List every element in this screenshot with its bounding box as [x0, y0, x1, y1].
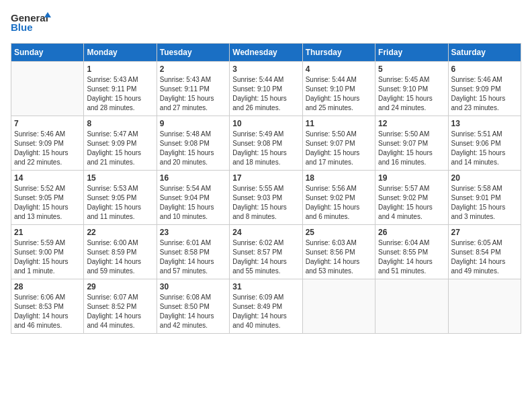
day-info: Sunrise: 5:46 AM Sunset: 9:09 PM Dayligh… — [14, 130, 81, 167]
day-info: Sunrise: 6:04 AM Sunset: 8:55 PM Dayligh… — [378, 238, 445, 276]
day-number: 31 — [232, 282, 299, 291]
day-number: 21 — [14, 228, 81, 237]
calendar-week-2: 7Sunrise: 5:46 AM Sunset: 9:09 PM Daylig… — [11, 116, 521, 171]
calendar-cell: 23Sunrise: 6:01 AM Sunset: 8:58 PM Dayli… — [157, 225, 229, 279]
day-info: Sunrise: 5:44 AM Sunset: 9:10 PM Dayligh… — [306, 75, 372, 113]
day-info: Sunrise: 5:51 AM Sunset: 9:06 PM Dayligh… — [451, 130, 518, 167]
page-header: General Blue — [11, 11, 521, 35]
day-number: 8 — [87, 119, 153, 128]
calendar-cell: 15Sunrise: 5:53 AM Sunset: 9:05 PM Dayli… — [84, 171, 157, 225]
day-info: Sunrise: 5:49 AM Sunset: 9:08 PM Dayligh… — [232, 130, 299, 167]
day-info: Sunrise: 6:05 AM Sunset: 8:54 PM Dayligh… — [451, 238, 518, 276]
day-info: Sunrise: 5:53 AM Sunset: 9:05 PM Dayligh… — [87, 184, 153, 222]
day-info: Sunrise: 6:00 AM Sunset: 8:59 PM Dayligh… — [87, 238, 153, 276]
day-info: Sunrise: 5:45 AM Sunset: 9:10 PM Dayligh… — [378, 75, 445, 113]
day-info: Sunrise: 6:09 AM Sunset: 8:49 PM Dayligh… — [232, 293, 299, 330]
calendar-cell: 13Sunrise: 5:51 AM Sunset: 9:06 PM Dayli… — [448, 116, 521, 171]
day-number: 20 — [451, 173, 518, 183]
calendar-cell: 3Sunrise: 5:44 AM Sunset: 9:10 PM Daylig… — [230, 62, 302, 116]
calendar-cell: 4Sunrise: 5:44 AM Sunset: 9:10 PM Daylig… — [302, 62, 375, 116]
day-number: 22 — [87, 228, 153, 237]
calendar-cell: 18Sunrise: 5:56 AM Sunset: 9:02 PM Dayli… — [302, 171, 375, 225]
calendar-cell: 9Sunrise: 5:48 AM Sunset: 9:08 PM Daylig… — [157, 116, 229, 171]
calendar-cell: 17Sunrise: 5:55 AM Sunset: 9:03 PM Dayli… — [230, 171, 302, 225]
day-info: Sunrise: 5:57 AM Sunset: 9:02 PM Dayligh… — [378, 184, 445, 222]
day-info: Sunrise: 6:01 AM Sunset: 8:58 PM Dayligh… — [160, 238, 226, 276]
day-info: Sunrise: 5:50 AM Sunset: 9:07 PM Dayligh… — [306, 130, 372, 167]
day-number: 16 — [160, 173, 226, 183]
day-info: Sunrise: 5:46 AM Sunset: 9:09 PM Dayligh… — [451, 75, 518, 113]
calendar-week-3: 14Sunrise: 5:52 AM Sunset: 9:05 PM Dayli… — [11, 171, 521, 225]
weekday-header-monday: Monday — [84, 44, 157, 62]
calendar-cell: 28Sunrise: 6:06 AM Sunset: 8:53 PM Dayli… — [11, 279, 84, 334]
day-number: 6 — [451, 64, 518, 74]
day-info: Sunrise: 6:02 AM Sunset: 8:57 PM Dayligh… — [232, 238, 299, 276]
day-number: 3 — [232, 64, 299, 74]
day-info: Sunrise: 5:52 AM Sunset: 9:05 PM Dayligh… — [14, 184, 81, 222]
day-number: 7 — [14, 119, 81, 128]
logo: General Blue — [11, 11, 51, 35]
day-info: Sunrise: 5:48 AM Sunset: 9:08 PM Dayligh… — [160, 130, 226, 167]
day-number: 1 — [87, 64, 153, 74]
calendar-cell: 22Sunrise: 6:00 AM Sunset: 8:59 PM Dayli… — [84, 225, 157, 279]
svg-text:Blue: Blue — [11, 21, 33, 33]
day-number: 26 — [378, 228, 445, 237]
weekday-header-row: SundayMondayTuesdayWednesdayThursdayFrid… — [11, 44, 521, 62]
calendar-cell: 5Sunrise: 5:45 AM Sunset: 9:10 PM Daylig… — [375, 62, 448, 116]
day-info: Sunrise: 5:44 AM Sunset: 9:10 PM Dayligh… — [232, 75, 299, 113]
calendar-cell: 21Sunrise: 5:59 AM Sunset: 9:00 PM Dayli… — [11, 225, 84, 279]
calendar-table: SundayMondayTuesdayWednesdayThursdayFrid… — [11, 43, 521, 334]
day-number: 10 — [232, 119, 299, 128]
day-info: Sunrise: 5:50 AM Sunset: 9:07 PM Dayligh… — [378, 130, 445, 167]
calendar-cell: 16Sunrise: 5:54 AM Sunset: 9:04 PM Dayli… — [157, 171, 229, 225]
calendar-cell: 25Sunrise: 6:03 AM Sunset: 8:56 PM Dayli… — [302, 225, 375, 279]
day-info: Sunrise: 6:03 AM Sunset: 8:56 PM Dayligh… — [306, 238, 372, 276]
calendar-cell: 30Sunrise: 6:08 AM Sunset: 8:50 PM Dayli… — [157, 279, 229, 334]
calendar-cell: 2Sunrise: 5:43 AM Sunset: 9:11 PM Daylig… — [157, 62, 229, 116]
calendar-cell: 24Sunrise: 6:02 AM Sunset: 8:57 PM Dayli… — [230, 225, 302, 279]
calendar-cell: 12Sunrise: 5:50 AM Sunset: 9:07 PM Dayli… — [375, 116, 448, 171]
calendar-cell: 27Sunrise: 6:05 AM Sunset: 8:54 PM Dayli… — [448, 225, 521, 279]
day-number: 2 — [160, 64, 226, 74]
day-info: Sunrise: 6:07 AM Sunset: 8:52 PM Dayligh… — [87, 293, 153, 330]
day-number: 13 — [451, 119, 518, 128]
day-info: Sunrise: 5:58 AM Sunset: 9:01 PM Dayligh… — [451, 184, 518, 222]
calendar-cell: 10Sunrise: 5:49 AM Sunset: 9:08 PM Dayli… — [230, 116, 302, 171]
calendar-week-5: 28Sunrise: 6:06 AM Sunset: 8:53 PM Dayli… — [11, 279, 521, 334]
calendar-cell: 8Sunrise: 5:47 AM Sunset: 9:09 PM Daylig… — [84, 116, 157, 171]
day-number: 27 — [451, 228, 518, 237]
calendar-cell: 1Sunrise: 5:43 AM Sunset: 9:11 PM Daylig… — [84, 62, 157, 116]
day-number: 5 — [378, 64, 445, 74]
day-info: Sunrise: 5:59 AM Sunset: 9:00 PM Dayligh… — [14, 238, 81, 276]
weekday-header-sunday: Sunday — [11, 44, 84, 62]
day-number: 11 — [306, 119, 372, 128]
day-number: 23 — [160, 228, 226, 237]
calendar-cell: 31Sunrise: 6:09 AM Sunset: 8:49 PM Dayli… — [230, 279, 302, 334]
logo-svg: General Blue — [11, 11, 51, 35]
calendar-cell: 26Sunrise: 6:04 AM Sunset: 8:55 PM Dayli… — [375, 225, 448, 279]
calendar-week-1: 1Sunrise: 5:43 AM Sunset: 9:11 PM Daylig… — [11, 62, 521, 116]
day-info: Sunrise: 6:08 AM Sunset: 8:50 PM Dayligh… — [160, 293, 226, 330]
day-number: 14 — [14, 173, 81, 183]
day-number: 25 — [306, 228, 372, 237]
weekday-header-friday: Friday — [375, 44, 448, 62]
day-number: 17 — [232, 173, 299, 183]
calendar-cell — [448, 279, 521, 334]
weekday-header-tuesday: Tuesday — [157, 44, 229, 62]
day-number: 4 — [306, 64, 372, 74]
day-number: 30 — [160, 282, 226, 291]
day-info: Sunrise: 6:06 AM Sunset: 8:53 PM Dayligh… — [14, 293, 81, 330]
day-info: Sunrise: 5:47 AM Sunset: 9:09 PM Dayligh… — [87, 130, 153, 167]
calendar-cell — [375, 279, 448, 334]
calendar-cell: 20Sunrise: 5:58 AM Sunset: 9:01 PM Dayli… — [448, 171, 521, 225]
weekday-header-thursday: Thursday — [302, 44, 375, 62]
calendar-week-4: 21Sunrise: 5:59 AM Sunset: 9:00 PM Dayli… — [11, 225, 521, 279]
day-number: 15 — [87, 173, 153, 183]
calendar-cell: 14Sunrise: 5:52 AM Sunset: 9:05 PM Dayli… — [11, 171, 84, 225]
day-info: Sunrise: 5:43 AM Sunset: 9:11 PM Dayligh… — [87, 75, 153, 113]
day-number: 18 — [306, 173, 372, 183]
weekday-header-wednesday: Wednesday — [230, 44, 302, 62]
calendar-cell: 19Sunrise: 5:57 AM Sunset: 9:02 PM Dayli… — [375, 171, 448, 225]
day-number: 24 — [232, 228, 299, 237]
weekday-header-saturday: Saturday — [448, 44, 521, 62]
